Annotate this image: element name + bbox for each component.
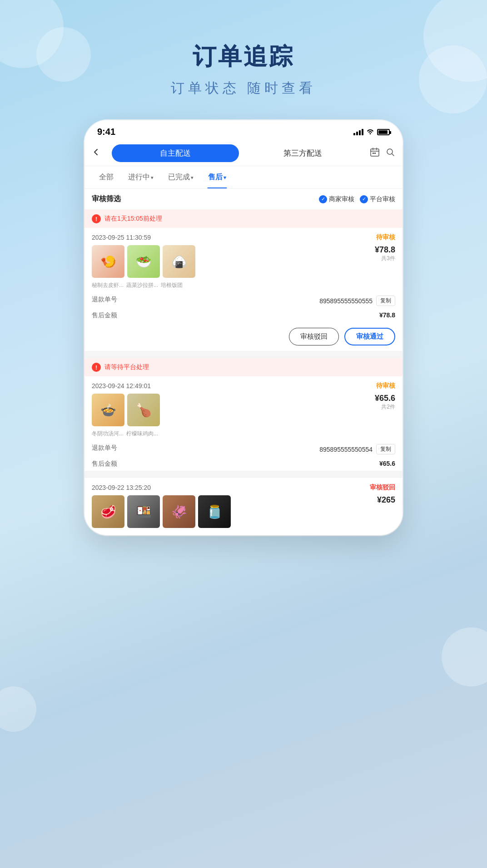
calendar-icon[interactable] xyxy=(370,147,380,160)
filter-tab-ongoing[interactable]: 进行中▾ xyxy=(121,166,161,188)
food-image-salad: 🥗 xyxy=(127,245,160,278)
bg-circle-5 xyxy=(0,686,36,732)
food-label-sushi: 培根饭团 xyxy=(161,281,183,289)
merchant-check-icon: ✓ xyxy=(319,195,327,203)
filter-tab-all[interactable]: 全部 xyxy=(92,166,121,188)
refund-no-row-2: 退款单号 895895555550554 复制 xyxy=(84,441,403,457)
alert-icon-2: ! xyxy=(92,363,101,372)
order-status-2: 待审核 xyxy=(376,382,395,390)
audit-chips: ✓ 商家审核 ✓ 平台审核 xyxy=(319,195,395,203)
orders-container: ! 请在1天15:05前处理 2023-09-25 11:30:59 待审核 🍤… xyxy=(84,210,403,532)
nav-tab-third-party[interactable]: 第三方配送 xyxy=(239,144,366,162)
back-button[interactable] xyxy=(92,148,108,159)
refund-no-row-1: 退款单号 895895555550555 复制 xyxy=(84,293,403,309)
merchant-chip-label: 商家审核 xyxy=(329,195,354,203)
order-header-2: 2023-09-24 12:49:01 待审核 xyxy=(84,376,403,394)
order-images-1: 🍤 🥗 🍙 xyxy=(92,245,195,278)
status-bar: 9:41 xyxy=(84,120,403,141)
filter-tab-completed[interactable]: 已完成▾ xyxy=(161,166,201,188)
audit-chip-platform[interactable]: ✓ 平台审核 xyxy=(360,195,395,203)
food-labels-2: 冬阴功汤河... 柠檬味鸡肉... xyxy=(84,430,403,441)
order-price-3: ¥265 xyxy=(377,495,395,505)
refund-value-1: 895895555550555 复制 xyxy=(319,296,395,306)
order-actions-1: 审核驳回 审核通过 xyxy=(84,322,403,351)
food-label-shrimp: 秘制去皮虾... xyxy=(92,281,124,289)
order-date-2: 2023-09-24 12:49:01 xyxy=(92,382,151,390)
price-amount-2: ¥65.6 xyxy=(375,394,395,403)
approve-button-1[interactable]: 审核通过 xyxy=(344,328,395,345)
nav-icons xyxy=(370,147,395,160)
order-card-2: ! 请等待平台处理 2023-09-24 12:49:01 待审核 🍲 🍗 ¥6… xyxy=(84,358,403,471)
audit-filter: 审核筛选 ✓ 商家审核 ✓ 平台审核 xyxy=(84,189,403,210)
copy-button-2[interactable]: 复制 xyxy=(376,444,395,454)
alert-text-1: 请在1天15:05前处理 xyxy=(104,215,162,223)
wifi-icon xyxy=(366,128,374,136)
svg-rect-1 xyxy=(373,153,374,154)
platform-chip-label: 平台审核 xyxy=(370,195,395,203)
food-image-chicken: 🍗 xyxy=(127,394,160,426)
order-images-2: 🍲 🍗 xyxy=(92,394,160,426)
food-image-grill1: 🥩 xyxy=(92,495,124,528)
header-section: 订单追踪 订单状态 随时查看 xyxy=(171,41,316,98)
order-status-1: 待审核 xyxy=(376,233,395,242)
food-label-salad: 蔬菜沙拉拼... xyxy=(126,281,158,289)
reject-button-1[interactable]: 审核驳回 xyxy=(289,328,339,345)
completed-arrow: ▾ xyxy=(191,175,194,180)
ongoing-arrow: ▾ xyxy=(151,175,154,180)
order-images-3: 🥩 🍱 🦑 🫙 xyxy=(92,495,231,528)
price-count-2: 共2件 xyxy=(375,403,395,411)
aftersale-arrow: ▾ xyxy=(224,175,226,180)
food-image-grill4: 🫙 xyxy=(198,495,231,528)
section-divider-1 xyxy=(84,355,403,358)
order-card-1: ! 请在1天15:05前处理 2023-09-25 11:30:59 待审核 🍤… xyxy=(84,210,403,351)
nav-bar: 自主配送 第三方配送 xyxy=(84,141,403,166)
order-price-1: ¥78.8 共3件 xyxy=(375,245,395,262)
order-items-1: 🍤 🥗 🍙 ¥78.8 共3件 xyxy=(84,245,403,281)
platform-check-icon: ✓ xyxy=(360,195,368,203)
food-label-soup: 冬阴功汤河... xyxy=(92,430,124,438)
bg-circle-6 xyxy=(442,627,487,686)
amount-value-2: ¥65.6 xyxy=(379,460,395,468)
filter-tabs: 全部 进行中▾ 已完成▾ 售后▾ xyxy=(84,166,403,189)
order-header-3: 2023-09-22 13:25:20 审核驳回 xyxy=(84,478,403,495)
order-status-3: 审核驳回 xyxy=(370,483,395,492)
order-alert-2: ! 请等待平台处理 xyxy=(84,358,403,376)
food-image-grill2: 🍱 xyxy=(127,495,160,528)
food-image-sushi: 🍙 xyxy=(163,245,195,278)
status-time: 9:41 xyxy=(97,127,115,137)
phone-screen: 9:41 xyxy=(84,120,403,535)
nav-tab-self-delivery[interactable]: 自主配送 xyxy=(112,144,239,162)
food-image-grill3: 🦑 xyxy=(163,495,195,528)
bg-circle-2 xyxy=(36,27,91,82)
nav-tabs: 自主配送 第三方配送 xyxy=(112,144,366,162)
order-card-3: 2023-09-22 13:25:20 审核驳回 🥩 🍱 🦑 🫙 ¥265 xyxy=(84,478,403,532)
alert-text-2: 请等待平台处理 xyxy=(104,363,149,371)
svg-rect-2 xyxy=(374,153,376,154)
order-price-2: ¥65.6 共2件 xyxy=(375,394,395,411)
refund-label-2: 退款单号 xyxy=(92,444,117,454)
amount-label-2: 售后金额 xyxy=(92,460,117,468)
audit-chip-merchant[interactable]: ✓ 商家审核 xyxy=(319,195,354,203)
amount-row-2: 售后金额 ¥65.6 xyxy=(84,457,403,471)
price-amount-1: ¥78.8 xyxy=(375,245,395,255)
order-items-3: 🥩 🍱 🦑 🫙 ¥265 xyxy=(84,495,403,532)
order-items-2: 🍲 🍗 ¥65.6 共2件 xyxy=(84,394,403,430)
amount-value-1: ¥78.8 xyxy=(379,311,395,320)
phone-mockup: 9:41 xyxy=(84,120,403,535)
price-count-1: 共3件 xyxy=(375,255,395,262)
price-amount-3: ¥265 xyxy=(377,495,395,505)
search-icon[interactable] xyxy=(385,147,395,160)
svg-point-3 xyxy=(387,149,393,154)
main-title: 订单追踪 xyxy=(171,41,316,73)
sub-title: 订单状态 随时查看 xyxy=(171,79,316,98)
battery-icon xyxy=(377,129,390,135)
refund-value-2: 895895555550554 复制 xyxy=(319,444,395,454)
audit-filter-label: 审核筛选 xyxy=(92,194,121,204)
copy-button-1[interactable]: 复制 xyxy=(376,296,395,306)
filter-tab-aftersale[interactable]: 售后▾ xyxy=(201,166,234,188)
food-label-chicken: 柠檬味鸡肉... xyxy=(126,430,158,438)
food-labels-1: 秘制去皮虾... 蔬菜沙拉拼... 培根饭团 xyxy=(84,281,403,293)
order-alert-1: ! 请在1天15:05前处理 xyxy=(84,210,403,228)
order-date-3: 2023-09-22 13:25:20 xyxy=(92,484,151,491)
section-divider-2 xyxy=(84,474,403,478)
